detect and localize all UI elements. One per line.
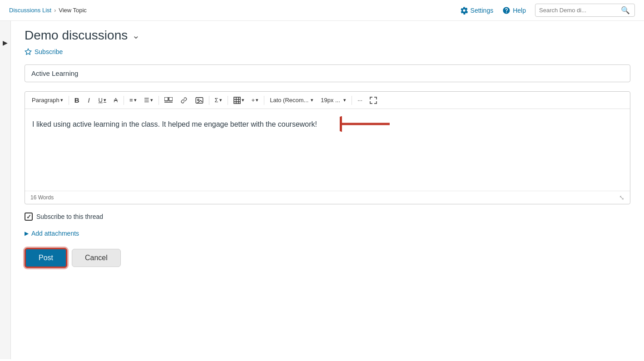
table-icon	[233, 97, 241, 104]
editor-content: I liked using active learning in the cla…	[32, 119, 317, 130]
toolbar-sep-5	[228, 96, 228, 105]
toolbar-sep-4	[209, 96, 209, 105]
add-attachments-label: Add attachments	[31, 230, 79, 237]
formula-button[interactable]: Σ ▾	[212, 95, 225, 105]
subscribe-thread-label: Subscribe to this thread	[36, 213, 103, 220]
post-button[interactable]: Post	[25, 248, 67, 268]
gear-icon	[460, 6, 468, 15]
title-dropdown-arrow[interactable]: ⌄	[132, 30, 140, 41]
list-button[interactable]: ☰ ▾	[141, 95, 156, 105]
action-buttons: Post Cancel	[25, 248, 630, 268]
image-icon	[195, 97, 203, 104]
link-button[interactable]	[177, 95, 191, 105]
more-options-button[interactable]: ···	[354, 95, 366, 105]
svg-rect-4	[196, 97, 203, 103]
link-icon	[180, 97, 188, 104]
embed-icon	[164, 97, 173, 104]
main-content: Demo discussions ⌄ Subscribe Paragraph ▾	[11, 21, 644, 359]
svg-point-5	[197, 99, 199, 101]
toolbar-sep-2	[124, 96, 124, 105]
cancel-button[interactable]: Cancel	[72, 249, 121, 267]
word-count: 16 Words	[30, 194, 54, 201]
align-button[interactable]: ≡ ▾	[126, 95, 140, 105]
toolbar-sep-6	[264, 96, 264, 105]
paragraph-dropdown[interactable]: Paragraph ▾	[29, 95, 66, 105]
editor-text-row: I liked using active learning in the cla…	[32, 116, 623, 132]
bold-button[interactable]: B	[71, 94, 83, 106]
resize-handle[interactable]: ⤡	[619, 194, 624, 201]
editor-body[interactable]: I liked using active learning in the cla…	[25, 109, 630, 191]
svg-marker-0	[25, 49, 31, 54]
breadcrumb: Discussions List › View Topic	[9, 7, 87, 14]
embed-button[interactable]	[161, 95, 176, 105]
sidebar-toggle-button[interactable]: ▶	[3, 39, 8, 46]
toolbar-sep-1	[69, 96, 69, 105]
help-link[interactable]: Help	[502, 6, 526, 15]
editor-footer: 16 Words ⤡	[25, 191, 630, 204]
help-icon	[502, 6, 510, 15]
star-icon	[25, 48, 32, 55]
italic-button[interactable]: I	[84, 94, 94, 106]
editor-container: Paragraph ▾ B I U ▾ A	[25, 91, 630, 204]
red-arrow-svg	[340, 116, 394, 132]
svg-rect-6	[234, 97, 240, 104]
sidebar-toggle-area: ▶	[0, 21, 11, 359]
toolbar-sep-3	[159, 96, 159, 105]
insert-button[interactable]: + ▾	[248, 95, 262, 105]
red-arrow-annotation	[340, 116, 394, 132]
subscribe-label: Subscribe	[35, 48, 63, 55]
add-attachments-row[interactable]: ▶ Add attachments	[25, 230, 630, 237]
breadcrumb-discussions-link[interactable]: Discussions List	[9, 7, 51, 14]
settings-label: Settings	[471, 7, 494, 14]
font-dropdown[interactable]: Lato (Recom... ▾	[267, 95, 317, 105]
breadcrumb-current: View Topic	[59, 7, 87, 14]
top-bar: Discussions List › View Topic Settings H…	[0, 0, 644, 21]
attachments-arrow-icon: ▶	[25, 230, 29, 237]
underline-chevron: ▾	[104, 97, 106, 103]
paragraph-chevron: ▾	[60, 97, 63, 103]
toolbar-sep-7	[352, 96, 352, 105]
editor-toolbar: Paragraph ▾ B I U ▾ A	[25, 92, 630, 109]
fullscreen-icon	[370, 97, 377, 104]
topic-title-input[interactable]	[25, 64, 630, 82]
underline-button[interactable]: U ▾	[95, 95, 109, 105]
title-row: Demo discussions ⌄	[25, 28, 630, 43]
subscribe-button[interactable]: Subscribe	[25, 48, 63, 55]
settings-link[interactable]: Settings	[460, 6, 494, 15]
subscribe-thread-row: ✓ Subscribe to this thread	[25, 213, 630, 221]
font-size-dropdown[interactable]: 19px ... ▾	[317, 95, 349, 105]
search-button[interactable]: 🔍	[621, 6, 630, 15]
search-input[interactable]	[539, 7, 621, 14]
top-bar-right: Settings Help 🔍	[460, 4, 635, 17]
search-box[interactable]: 🔍	[535, 4, 635, 17]
breadcrumb-separator: ›	[54, 7, 56, 14]
svg-rect-1	[164, 97, 168, 101]
subscribe-thread-checkbox[interactable]: ✓	[25, 213, 33, 221]
fullscreen-button[interactable]	[367, 95, 380, 106]
table-button[interactable]: ▾	[230, 95, 248, 106]
strikethrough-button[interactable]: A	[110, 95, 121, 105]
page-title: Demo discussions	[25, 28, 128, 43]
image-button[interactable]	[192, 95, 207, 105]
help-label: Help	[513, 7, 526, 14]
svg-rect-2	[169, 97, 173, 101]
checkmark-icon: ✓	[26, 213, 31, 220]
